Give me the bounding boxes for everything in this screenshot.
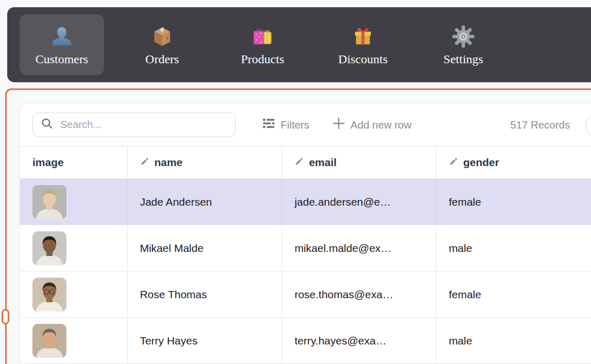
table-header-row: imagenameemailgender (20, 146, 591, 179)
cell-name[interactable]: Jade Andersen (128, 179, 282, 225)
records-count: 517 Records (510, 103, 570, 146)
cell-email[interactable]: rose.thomas@exa… (282, 271, 436, 317)
cell-text: Jade Andersen (140, 196, 212, 208)
cell-text: Terry Hayes (140, 335, 198, 347)
cell-name[interactable]: Terry Hayes (128, 318, 282, 363)
tab-discounts[interactable]: Discounts (321, 14, 405, 75)
search-input-wrapper[interactable] (32, 113, 236, 137)
cell-image[interactable] (20, 225, 128, 271)
plus-icon (332, 117, 345, 133)
column-header-label: gender (463, 156, 499, 169)
search-icon (41, 118, 53, 132)
cell-image[interactable] (20, 179, 128, 225)
tab-label: Settings (443, 53, 483, 65)
tab-label: Products (241, 53, 284, 65)
cell-text: male (449, 335, 473, 347)
cell-email[interactable]: terry.hayes@exa… (282, 318, 436, 363)
cell-text: jade.andersen@e… (294, 196, 391, 208)
table-row[interactable]: Rose Thomasrose.thomas@exa…female (20, 271, 591, 318)
customer-avatar (32, 324, 66, 358)
table-row[interactable]: Terry Hayesterry.hayes@exa…male (20, 318, 591, 364)
top-navigation-bar: CustomersOrdersProductsDiscountsSettings (7, 7, 591, 82)
filters-button[interactable]: Filters (263, 118, 309, 132)
cell-gender[interactable]: female (437, 271, 591, 317)
cell-text: mikael.malde@ex… (294, 242, 391, 254)
search-input[interactable] (59, 118, 216, 131)
cell-text: male (449, 242, 473, 254)
tab-orders[interactable]: Orders (120, 14, 204, 75)
cell-email[interactable]: mikael.malde@ex… (282, 225, 436, 271)
cell-text: terry.hayes@exa… (294, 335, 387, 347)
panel-resize-handle[interactable] (2, 309, 9, 324)
filters-label: Filters (281, 119, 309, 131)
column-header-gender[interactable]: gender (437, 147, 591, 178)
tab-settings[interactable]: Settings (421, 14, 506, 75)
products-icon (251, 25, 274, 48)
cell-text: female (449, 288, 481, 301)
toolbar-edge-button[interactable] (585, 113, 591, 137)
tab-label: Discounts (338, 53, 388, 65)
customer-avatar (32, 185, 66, 219)
column-header-label: name (154, 156, 183, 169)
tab-label: Orders (145, 53, 179, 65)
cell-image[interactable] (20, 318, 128, 363)
data-grid-card: Filters Add new row 517 Records imagenam… (20, 103, 591, 364)
discounts-icon (351, 25, 375, 48)
grid-toolbar: Filters Add new row 517 Records (20, 103, 591, 146)
pencil-icon (140, 156, 150, 169)
tab-customers[interactable]: Customers (20, 14, 104, 75)
customers-icon (50, 25, 74, 48)
column-header-image[interactable]: image (20, 147, 128, 178)
cell-name[interactable]: Mikael Malde (128, 225, 282, 271)
tab-products[interactable]: Products (220, 14, 305, 75)
customer-avatar (32, 231, 66, 265)
cell-text: female (449, 196, 481, 208)
cell-name[interactable]: Rose Thomas (128, 271, 282, 317)
column-header-label: image (32, 156, 64, 169)
cell-gender[interactable]: male (437, 318, 591, 363)
table-row[interactable]: Mikael Maldemikael.malde@ex…male (20, 225, 591, 271)
cell-text: Mikael Malde (140, 242, 204, 254)
cell-text: rose.thomas@exa… (294, 288, 393, 301)
settings-icon (451, 25, 475, 48)
cell-image[interactable] (20, 271, 128, 317)
add-new-row-button[interactable]: Add new row (332, 117, 412, 133)
cell-gender[interactable]: female (437, 179, 591, 225)
tab-label: Customers (36, 53, 89, 65)
column-header-name[interactable]: name (128, 147, 282, 178)
table-body: Jade Andersenjade.andersen@e…female Mika… (20, 179, 591, 364)
cell-email[interactable]: jade.andersen@e… (282, 179, 436, 225)
filters-icon (263, 118, 275, 132)
cell-text: Rose Thomas (140, 288, 207, 301)
pencil-icon (449, 156, 459, 169)
orders-icon (150, 25, 174, 48)
column-header-email[interactable]: email (282, 147, 436, 178)
pencil-icon (294, 156, 304, 169)
table-row[interactable]: Jade Andersenjade.andersen@e…female (20, 179, 591, 225)
cell-gender[interactable]: male (437, 225, 591, 271)
column-header-label: email (309, 156, 337, 169)
add-new-row-label: Add new row (351, 119, 412, 131)
customer-avatar (32, 278, 66, 312)
